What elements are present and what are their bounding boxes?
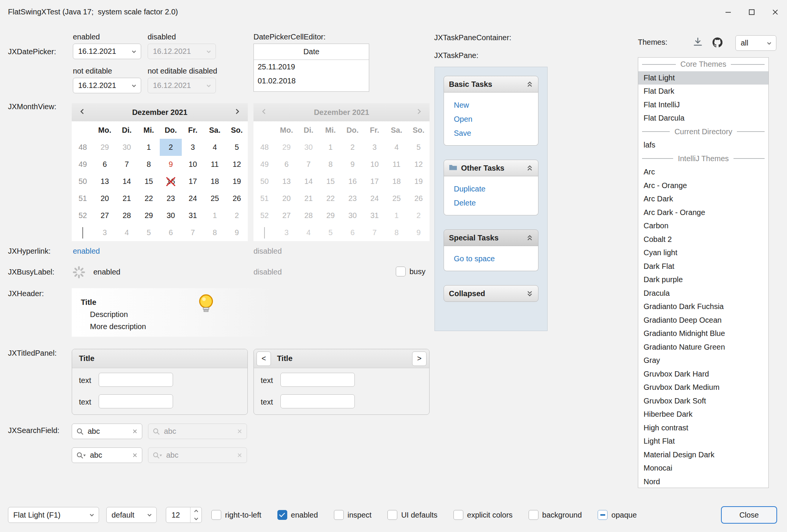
- checkbox-box[interactable]: [396, 267, 406, 276]
- chevron-down-icon[interactable]: [131, 48, 137, 55]
- collapse-icon[interactable]: [526, 165, 533, 171]
- calendar-day[interactable]: 4: [204, 139, 226, 156]
- checkbox-box[interactable]: [277, 510, 287, 520]
- theme-list-item[interactable]: IntelliJ Themes: [638, 152, 768, 166]
- theme-list-item[interactable]: Gruvbox Dark Medium: [638, 381, 768, 394]
- calendar-day[interactable]: 6: [160, 224, 182, 241]
- calendar-day[interactable]: 3: [182, 139, 204, 156]
- calendar-day[interactable]: 27: [94, 207, 116, 224]
- calendar-day[interactable]: 3: [94, 224, 116, 241]
- option-checkbox[interactable]: UI defaults: [387, 510, 438, 520]
- calendar-day[interactable]: 18: [204, 173, 226, 190]
- calendar-day[interactable]: 4: [116, 224, 138, 241]
- github-button[interactable]: [711, 36, 724, 49]
- checkbox-box[interactable]: [598, 510, 608, 520]
- theme-list-item[interactable]: Cyan light: [638, 246, 768, 260]
- close-button[interactable]: Close: [721, 506, 777, 524]
- calendar-day[interactable]: 8: [204, 224, 226, 241]
- laf-combo[interactable]: Flat Light (F1): [8, 507, 99, 523]
- hyperlink-enabled[interactable]: enabled: [73, 247, 100, 256]
- theme-list-item[interactable]: Carbon: [638, 219, 768, 233]
- theme-list-item[interactable]: Monocai: [638, 461, 768, 475]
- spinner-down-icon[interactable]: [190, 515, 201, 523]
- text-input[interactable]: [280, 373, 355, 387]
- calendar-day[interactable]: 19: [226, 173, 248, 190]
- option-checkbox[interactable]: enabled: [277, 510, 318, 520]
- theme-list-item[interactable]: Hiberbee Dark: [638, 408, 768, 421]
- theme-list-item[interactable]: Nord: [638, 475, 768, 488]
- calendar-day[interactable]: 2: [160, 139, 182, 156]
- search-field-with-menu[interactable]: abc: [72, 447, 142, 463]
- text-input[interactable]: [280, 394, 355, 408]
- calendar-day[interactable]: 10: [182, 156, 204, 173]
- theme-list-item[interactable]: Gradianto Midnight Blue: [638, 327, 768, 341]
- calendar-day[interactable]: 5: [226, 139, 248, 156]
- calendar-day[interactable]: 9: [226, 224, 248, 241]
- task-link[interactable]: New: [454, 98, 538, 112]
- minimize-button[interactable]: [716, 0, 740, 24]
- taskpane-title-bar[interactable]: Basic Tasks: [444, 76, 538, 93]
- clear-icon[interactable]: [132, 452, 138, 458]
- theme-list-item[interactable]: Cobalt 2: [638, 233, 768, 246]
- theme-list-item[interactable]: Arc Dark: [638, 192, 768, 206]
- calendar-day[interactable]: 20: [94, 190, 116, 207]
- theme-list-item[interactable]: Gruvbox Dark Hard: [638, 367, 768, 381]
- calendar-day[interactable]: 15: [138, 173, 160, 190]
- option-checkbox[interactable]: background: [529, 510, 582, 520]
- calendar-day[interactable]: 30: [160, 207, 182, 224]
- theme-list-item[interactable]: Gradianto Deep Ocean: [638, 314, 768, 327]
- theme-list-item[interactable]: Material Design Dark: [638, 448, 768, 462]
- spinner-up-icon[interactable]: [190, 507, 201, 515]
- calendar-day[interactable]: 21: [116, 190, 138, 207]
- table-row[interactable]: 25.11.2019: [254, 60, 369, 74]
- close-window-button[interactable]: [763, 0, 787, 24]
- calendar-day[interactable]: 31: [182, 207, 204, 224]
- checkbox-box[interactable]: [211, 510, 221, 520]
- taskpane-title-bar[interactable]: Other Tasks: [444, 160, 538, 176]
- task-link[interactable]: Duplicate: [454, 182, 538, 196]
- text-input[interactable]: [99, 373, 173, 387]
- calendar-day[interactable]: 23: [160, 190, 182, 207]
- calendar-day[interactable]: 11: [204, 156, 226, 173]
- task-link[interactable]: Delete: [454, 196, 538, 210]
- theme-list-item[interactable]: Dark purple: [638, 273, 768, 287]
- download-themes-button[interactable]: [692, 36, 704, 48]
- expand-icon[interactable]: [526, 290, 533, 297]
- task-link[interactable]: Open: [454, 112, 538, 126]
- collapse-icon[interactable]: [526, 234, 533, 241]
- calendar-day[interactable]: 12: [226, 156, 248, 173]
- checkbox-box[interactable]: [529, 510, 538, 520]
- taskpane-title-bar[interactable]: Collapsed: [444, 285, 538, 302]
- theme-list-item[interactable]: Dracula: [638, 287, 768, 300]
- theme-list-item[interactable]: Light Flat: [638, 435, 768, 448]
- theme-list-item[interactable]: Arc - Orange: [638, 179, 768, 193]
- calendar-day[interactable]: 9: [160, 156, 182, 173]
- busy-checkbox[interactable]: busy: [396, 267, 425, 276]
- calendar-day[interactable]: 22: [138, 190, 160, 207]
- theme-list-item[interactable]: Core Themes: [638, 58, 768, 71]
- themes-filter-combo[interactable]: all: [735, 35, 776, 51]
- calendar-day[interactable]: 6: [94, 156, 116, 173]
- option-checkbox[interactable]: explicit colors: [453, 510, 513, 520]
- maximize-button[interactable]: [740, 0, 763, 24]
- calendar-day[interactable]: 1: [204, 207, 226, 224]
- calendar-day[interactable]: 29: [94, 139, 116, 156]
- theme-list-item[interactable]: Gruvbox Dark Soft: [638, 394, 768, 408]
- theme-list-item[interactable]: Flat Light: [638, 71, 768, 85]
- prev-button[interactable]: <: [257, 352, 271, 366]
- theme-list-item[interactable]: Gradianto Nature Green: [638, 341, 768, 354]
- chevron-down-icon[interactable]: [88, 512, 95, 518]
- calendar-day[interactable]: 7: [116, 156, 138, 173]
- theme-list-item[interactable]: Flat IntelliJ: [638, 98, 768, 112]
- task-link[interactable]: Go to space: [454, 252, 538, 266]
- font-combo[interactable]: default: [106, 507, 157, 523]
- theme-list-item[interactable]: Flat Darcula: [638, 111, 768, 125]
- checkbox-box[interactable]: [453, 510, 463, 520]
- calendar-day[interactable]: 5: [138, 224, 160, 241]
- calendar-day[interactable]: 14: [116, 173, 138, 190]
- theme-list-item[interactable]: High contrast: [638, 421, 768, 435]
- text-input[interactable]: [99, 394, 173, 408]
- chevron-down-icon[interactable]: [131, 82, 137, 89]
- calendar-day[interactable]: 8: [138, 156, 160, 173]
- calendar-day[interactable]: 13: [94, 173, 116, 190]
